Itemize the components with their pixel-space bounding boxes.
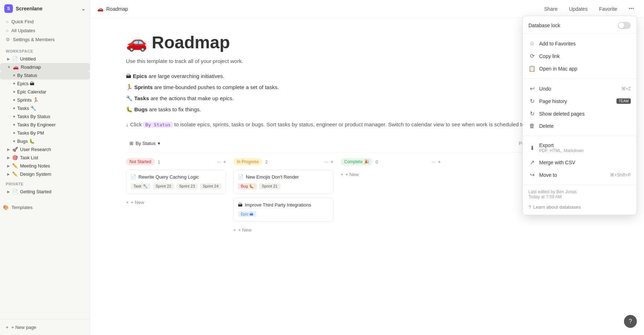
sidebar-item-epics[interactable]: Epics 🏔 xyxy=(0,79,90,88)
column-not-started: Not Started 1 ··· + 📄 Rewrite Query Cach… xyxy=(126,158,226,235)
sidebar-item-meeting-notes[interactable]: ▶ ✏️ Meeting Notes xyxy=(0,162,90,170)
card-icon: 🏔 xyxy=(238,202,243,208)
undo-label: Undo xyxy=(539,86,618,92)
sidebar-item-epic-calendar[interactable]: Epic Calendar xyxy=(0,88,90,96)
merge-csv-item[interactable]: ↗ Merge with CSV xyxy=(523,156,636,169)
column-header-in-progress: In Progress 2 ··· + xyxy=(233,158,333,165)
copy-link-item[interactable]: ⟳ Copy link xyxy=(523,50,636,62)
workspace-icon: S xyxy=(4,4,13,13)
chevron-right-icon: ▶ xyxy=(7,156,10,160)
learn-databases-link[interactable]: ? Learn about databases xyxy=(523,202,636,212)
add-favorites-label: Add to Favorites xyxy=(539,41,631,47)
chevron-down-icon: ▾ xyxy=(158,141,160,146)
favorite-button[interactable]: Favorite xyxy=(596,5,620,13)
help-icon: ? xyxy=(528,204,531,210)
plus-icon: + xyxy=(233,227,236,233)
sidebar-item-label: Untitled xyxy=(20,56,36,62)
column-in-progress: In Progress 2 ··· + 📄 New Emojis Don't R… xyxy=(233,158,333,235)
sidebar-item-settings[interactable]: ⚙ Settings & Members xyxy=(3,35,87,44)
sidebar-item-bugs[interactable]: Bugs 🐛 xyxy=(0,137,90,145)
sidebar-item-label: All Updates xyxy=(11,28,35,33)
page-icon: ✏️ xyxy=(12,163,18,169)
card-tag: Sprint 23 xyxy=(176,183,198,189)
history-icon: ↻ xyxy=(528,98,536,105)
sidebar-item-untitled[interactable]: ▶ 📄 Untitled xyxy=(0,55,90,63)
dots-icon: ··· xyxy=(324,159,328,165)
delete-item[interactable]: 🗑 Delete xyxy=(523,120,636,132)
page-title: Roadmap xyxy=(106,6,128,12)
board-card-3[interactable]: 🏔 Improve Third Party Integrations Epic … xyxy=(233,198,333,222)
add-new-complete[interactable]: + + New xyxy=(341,170,441,179)
column-badge-not-started: Not Started xyxy=(126,158,155,165)
sidebar-item-user-research[interactable]: ▶ 🚀 User Research xyxy=(0,145,90,154)
sidebar-item-task-list[interactable]: ▶ 🎯 Task List xyxy=(0,154,90,162)
export-item[interactable]: ⬇ Export PDF, HTML, Markdown xyxy=(523,140,636,156)
sidebar-item-templates[interactable]: 🎨 Templates xyxy=(0,203,90,212)
chevron-right-icon: ▶ xyxy=(7,190,10,194)
card-title-text: Improve Third Party Integrations xyxy=(245,202,311,208)
new-page-button[interactable]: + + New page xyxy=(3,322,87,332)
sidebar-item-by-status[interactable]: By Status xyxy=(0,71,90,79)
column-actions-in-progress[interactable]: ··· + xyxy=(324,159,333,165)
sidebar-item-label: Tasks By Status xyxy=(17,114,50,119)
updates-button[interactable]: Updates xyxy=(566,5,590,13)
move-icon: ↪ xyxy=(528,171,536,178)
export-label: Export xyxy=(539,142,631,148)
workspace-header[interactable]: S Screenlane ⌄ xyxy=(0,0,90,16)
sidebar-item-all-updates[interactable]: ○ All Updates xyxy=(3,26,87,35)
column-count-not-started: 1 xyxy=(158,159,160,165)
view-icon: ⊞ xyxy=(130,141,133,146)
copy-link-label: Copy link xyxy=(539,53,631,59)
sidebar-item-label: Epics 🏔 xyxy=(17,81,34,86)
column-actions-not-started[interactable]: ··· + xyxy=(217,159,226,165)
page-icon: ✏️ xyxy=(12,171,18,177)
move-to-label: Move to xyxy=(539,172,606,178)
show-deleted-label: Show deleted pages xyxy=(539,111,631,117)
add-new-in-progress[interactable]: + + New xyxy=(233,225,333,235)
delete-label: Delete xyxy=(539,123,631,129)
show-deleted-item[interactable]: ↻ Show deleted pages xyxy=(523,107,636,120)
more-options-button[interactable]: ··· xyxy=(626,4,637,14)
column-header-complete: Complete 🎉 0 ··· + xyxy=(341,158,441,165)
page-emoji: 🚗 xyxy=(97,6,103,12)
sidebar-item-design-system[interactable]: ▶ ✏️ Design System xyxy=(0,170,90,178)
card-title-3: 🏔 Improve Third Party Integrations xyxy=(238,202,329,208)
sidebar-item-getting-started[interactable]: ▶ 📄 Getting Started xyxy=(0,188,90,196)
database-lock-toggle[interactable] xyxy=(618,22,631,29)
trash-icon: 🗑 xyxy=(528,123,536,129)
column-header-not-started: Not Started 1 ··· + xyxy=(126,158,226,165)
sidebar-item-label: By Status xyxy=(17,73,37,78)
board-card-2[interactable]: 📄 New Emojis Don't Render Bug 🐛 Sprint 2… xyxy=(233,170,333,194)
card-tag: Epic 🏔 xyxy=(238,211,256,217)
add-new-not-started[interactable]: + + New xyxy=(126,198,226,207)
card-tags-1: Task 🔧 Sprint 22 Sprint 23 Sprint 24 xyxy=(131,183,221,189)
view-selector-button[interactable]: ⊞ By Status ▾ xyxy=(126,139,164,148)
move-to-item[interactable]: ↪ Move to ⌘+Shift+P xyxy=(523,169,636,181)
dot-icon xyxy=(13,116,15,117)
card-tags-3: Epic 🏔 xyxy=(238,211,329,217)
undo-item[interactable]: ↩ Undo ⌘+Z xyxy=(523,82,636,95)
sidebar: S Screenlane ⌄ ○ Quick Find ○ All Update… xyxy=(0,0,90,335)
sidebar-item-sprints[interactable]: Sprints 🏃 xyxy=(0,96,90,104)
page-history-item[interactable]: ↻ Page history TEAM xyxy=(523,95,636,107)
board-card-1[interactable]: 📄 Rewrite Query Caching Logic Task 🔧 Spr… xyxy=(126,170,226,194)
sidebar-item-tasks[interactable]: Tasks 🔧 xyxy=(0,104,90,112)
last-edited-time: Today at 7:59 AM xyxy=(528,194,631,199)
open-mac-app-item[interactable]: 📋 Open in Mac app xyxy=(523,62,636,75)
plus-icon: + xyxy=(341,172,343,177)
sidebar-item-roadmap[interactable]: ▼ 🚗 Roadmap xyxy=(0,63,90,71)
topbar-actions: Share Updates Favorite ··· xyxy=(541,4,637,14)
column-actions-complete[interactable]: ··· + xyxy=(431,159,441,165)
card-icon: 📄 xyxy=(131,174,136,180)
column-badge-in-progress: In Progress xyxy=(233,158,262,165)
card-title-2: 📄 New Emojis Don't Render xyxy=(238,174,329,180)
sidebar-item-tasks-by-status[interactable]: Tasks By Status xyxy=(0,112,90,121)
add-to-favorites-item[interactable]: ☆ Add to Favorites xyxy=(523,37,636,50)
sidebar-item-tasks-by-engineer[interactable]: Tasks By Engineer xyxy=(0,121,90,129)
sidebar-item-quick-find[interactable]: ○ Quick Find xyxy=(3,17,87,26)
share-button[interactable]: Share xyxy=(541,5,560,13)
help-button[interactable]: ? xyxy=(624,315,637,328)
sidebar-item-label: Design System xyxy=(20,171,51,177)
sidebar-item-tasks-by-pm[interactable]: Tasks By PM xyxy=(0,129,90,137)
toggle-knob xyxy=(619,23,624,28)
